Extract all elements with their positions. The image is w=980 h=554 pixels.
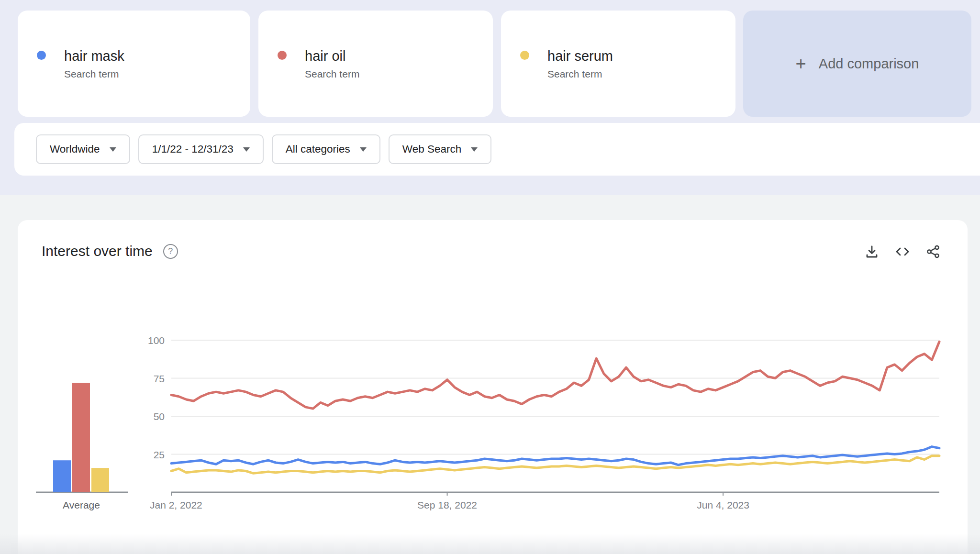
term-card-hair-oil[interactable]: hair oil Search term [258,11,493,117]
average-bar [91,468,109,492]
term-name: hair oil [305,48,359,64]
term-color-dot-yellow [520,51,529,60]
term-card-hair-serum[interactable]: hair serum Search term [501,11,735,117]
term-name: hair serum [547,48,613,64]
panel-actions [864,244,941,259]
term-color-dot-red [278,51,287,60]
term-card-hair-mask[interactable]: hair mask Search term [18,11,250,117]
chevron-down-icon [243,147,250,152]
plus-icon: + [796,55,806,73]
filter-category-dropdown[interactable]: All categories [272,134,380,164]
y-axis-tick-label: 100 [148,335,165,346]
filter-daterange-dropdown[interactable]: 1/1/22 - 12/31/23 [138,134,264,164]
filter-category-label: All categories [286,143,350,155]
share-icon[interactable] [925,244,941,259]
interest-chart-svg[interactable]: 255075100Jan 2, 2022Sep 18, 2022Jun 4, 2… [18,330,968,519]
x-axis-tick-label: Jun 4, 2023 [697,499,749,510]
term-subtitle: Search term [64,68,124,80]
term-text-block: hair oil Search term [305,48,359,80]
embed-icon[interactable] [895,244,910,259]
chevron-down-icon [471,147,478,152]
term-name: hair mask [64,48,124,64]
y-axis-tick-label: 75 [154,373,165,384]
help-icon[interactable]: ? [163,244,178,259]
google-trends-page: { "terms": { "cards": [ { "term": "hair … [0,0,980,554]
page-title: Interest over time [42,243,153,259]
filter-region-label: Worldwide [50,143,100,155]
average-label: Average [63,499,100,510]
y-axis-tick-label: 25 [154,449,165,460]
term-subtitle: Search term [305,68,359,80]
filter-region-dropdown[interactable]: Worldwide [36,134,130,164]
filter-searchtype-dropdown[interactable]: Web Search [389,134,491,164]
filter-searchtype-label: Web Search [402,143,461,155]
y-axis-tick-label: 50 [154,411,165,422]
panel-title-row: Interest over time ? [42,243,178,259]
average-bar [53,460,71,492]
term-subtitle: Search term [547,68,613,80]
add-comparison-label: Add comparison [819,56,919,72]
add-comparison-button[interactable]: + Add comparison [743,11,971,117]
chevron-down-icon [110,147,116,152]
filter-daterange-label: 1/1/22 - 12/31/23 [152,143,234,155]
term-color-dot-blue [37,51,46,60]
x-axis-tick-label: Sep 18, 2022 [417,499,477,510]
comparison-header-section: hair mask Search term hair oil Search te… [0,0,980,195]
chevron-down-icon [360,147,367,152]
term-text-block: hair serum Search term [547,48,613,80]
average-bar [72,383,90,492]
trend-line-hair-oil [171,342,939,409]
interest-over-time-card: Interest over time ? 255075100Jan 2, 202… [18,220,968,554]
x-axis-tick-label: Jan 2, 2022 [150,499,202,510]
download-icon[interactable] [864,244,880,259]
term-text-block: hair mask Search term [64,48,124,80]
filter-bar: Worldwide 1/1/22 - 12/31/23 All categori… [14,123,980,176]
